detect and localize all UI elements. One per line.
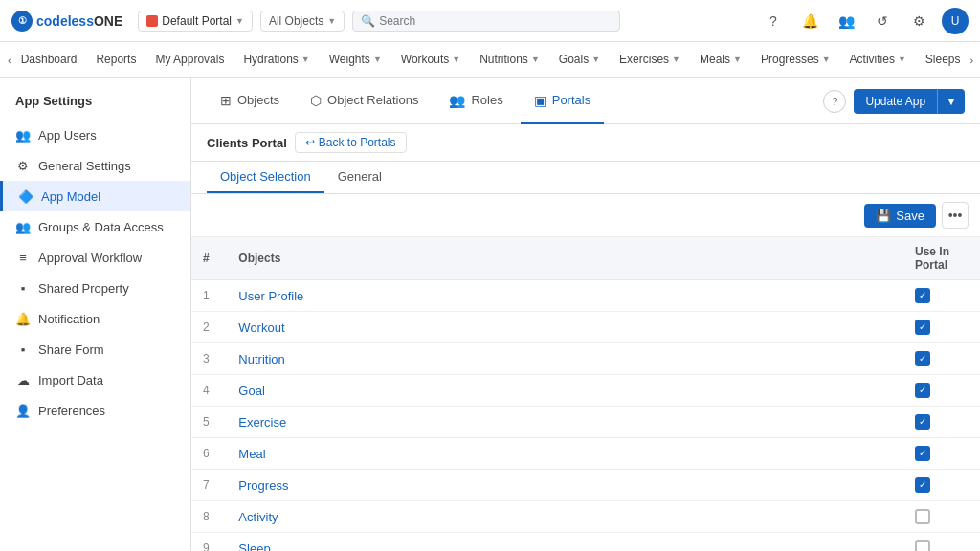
object-tab-selection[interactable]: Object Selection (207, 162, 324, 193)
notification-icon: 🔔 (15, 311, 31, 326)
checkbox-5[interactable] (915, 414, 930, 430)
objects-dropdown[interactable]: All Objects ▼ (260, 11, 345, 32)
object-link-3[interactable]: Nutrition (238, 352, 284, 366)
row-num-6: 6 (191, 438, 227, 470)
checkbox-2[interactable] (915, 320, 930, 335)
sidebar-item-appusers[interactable]: 👥 App Users (0, 120, 190, 150)
checkbox-7[interactable] (915, 477, 930, 493)
checkbox-wrapper-8 (915, 509, 969, 524)
groups-icon: 👥 (15, 219, 31, 234)
navbar-item-meals[interactable]: Meals▼ (690, 42, 751, 78)
portal-label: Default Portal (162, 14, 232, 28)
row-object-4: Goal (227, 375, 903, 407)
navbar-item-weights[interactable]: Weights▼ (320, 42, 391, 78)
navbar: ‹ Dashboard Reports My Approvals Hydrati… (0, 42, 980, 78)
sidebar-item-appmodel[interactable]: 🔷 App Model (0, 181, 190, 211)
app-model-icon: 🔷 (18, 188, 33, 204)
sidebar-item-groupsdataaccess[interactable]: 👥 Groups & Data Access (0, 211, 190, 242)
checkbox-6[interactable] (915, 446, 930, 461)
sidebar-item-notification[interactable]: 🔔 Notification (0, 303, 190, 334)
navbar-right-arrow[interactable]: › (970, 42, 974, 78)
object-tab-general[interactable]: General (324, 162, 395, 193)
chevron-down-icon: ▼ (591, 55, 600, 64)
object-link-6[interactable]: Meal (238, 447, 265, 461)
update-app-chevron-icon[interactable]: ▼ (937, 89, 965, 114)
settings-icon[interactable]: ⚙ (905, 8, 932, 34)
object-link-2[interactable]: Workout (238, 320, 284, 335)
row-object-5: Exercise (227, 407, 903, 438)
preferences-icon: 👤 (15, 403, 31, 418)
object-link-9[interactable]: Sleep (238, 541, 270, 552)
objects-tab-icon: ⊞ (220, 93, 232, 108)
sidebar-item-approvalworkflow[interactable]: ≡ Approval Workflow (0, 242, 190, 273)
table-area: 💾 Save ••• # Objects Use In Portal 1 Use… (191, 194, 980, 551)
tab-objectrelations[interactable]: ⬡ Object Relations (297, 78, 432, 124)
form-icon: ▪ (15, 342, 31, 357)
object-link-8[interactable]: Activity (238, 510, 278, 524)
more-options-button[interactable]: ••• (942, 202, 969, 229)
checkbox-wrapper-7 (915, 477, 969, 493)
tab-roles[interactable]: 👥 Roles (435, 78, 516, 124)
sidebar-item-preferences[interactable]: 👤 Preferences (0, 395, 190, 426)
logo[interactable]: ① codelessONE (11, 11, 122, 32)
navbar-item-nutritions[interactable]: Nutritions▼ (470, 42, 549, 78)
row-checkbox-cell-2 (903, 312, 980, 343)
navbar-item-reports[interactable]: Reports (86, 42, 145, 78)
navbar-item-progresses[interactable]: Progresses▼ (751, 42, 840, 78)
navbar-item-workouts[interactable]: Workouts▼ (391, 42, 470, 78)
logo-text: codelessONE (36, 13, 122, 29)
notifications-icon[interactable]: 🔔 (796, 8, 823, 34)
sidebar-item-importdata[interactable]: ☁ Import Data (0, 364, 190, 395)
sidebar-item-shareform[interactable]: ▪ Share Form (0, 334, 190, 364)
chevron-down-icon: ▼ (301, 55, 310, 64)
tab-help-icon[interactable]: ? (823, 90, 846, 113)
navbar-item-myapprovals[interactable]: My Approvals (145, 42, 234, 78)
navbar-item-exercises[interactable]: Exercises▼ (610, 42, 690, 78)
tabs-right: ? Update App ▼ (823, 89, 965, 114)
object-link-7[interactable]: Progress (238, 478, 288, 493)
table-row: 5 Exercise (191, 407, 980, 438)
checkbox-1[interactable] (915, 288, 930, 303)
table-row: 8 Activity (191, 501, 980, 533)
checkbox-8[interactable] (915, 509, 930, 524)
chevron-down-icon: ▼ (822, 55, 831, 64)
object-link-5[interactable]: Exercise (238, 415, 286, 430)
objects-label: All Objects (269, 14, 323, 28)
table-row: 7 Progress (191, 470, 980, 501)
navbar-item-dashboard[interactable]: Dashboard (11, 42, 87, 78)
save-button[interactable]: 💾 Save (864, 204, 936, 228)
search-bar[interactable]: 🔍 (352, 11, 620, 32)
navbar-item-hydrations[interactable]: Hydrations▼ (234, 42, 319, 78)
tab-objects[interactable]: ⊞ Objects (207, 78, 293, 124)
users-icon[interactable]: 👥 (833, 8, 859, 34)
table-row: 4 Goal (191, 375, 980, 407)
history-icon[interactable]: ↺ (869, 8, 896, 34)
chevron-down-icon: ▼ (733, 55, 742, 64)
tab-portals[interactable]: ▣ Portals (521, 78, 604, 124)
chevron-down-icon: ▼ (373, 55, 382, 64)
sub-header: Clients Portal ↩ Back to Portals (191, 124, 980, 162)
row-object-8: Activity (227, 501, 903, 533)
object-link-4[interactable]: Goal (238, 384, 264, 398)
chevron-down-icon: ▼ (672, 55, 680, 64)
objects-table: # Objects Use In Portal 1 User Profile 2… (191, 237, 980, 551)
checkbox-wrapper-5 (915, 414, 969, 430)
checkbox-wrapper-3 (915, 351, 969, 366)
save-icon: 💾 (876, 209, 891, 223)
back-to-portals-button[interactable]: ↩ Back to Portals (295, 132, 407, 153)
checkbox-4[interactable] (915, 383, 930, 398)
content-area: ⊞ Objects ⬡ Object Relations 👥 Roles ▣ P… (191, 78, 980, 551)
avatar[interactable]: U (942, 8, 969, 34)
help-icon[interactable]: ? (760, 8, 787, 34)
object-link-1[interactable]: User Profile (238, 289, 303, 303)
checkbox-3[interactable] (915, 351, 930, 366)
navbar-item-sleeps[interactable]: Sleeps (916, 42, 970, 78)
navbar-item-activities[interactable]: Activities▼ (840, 42, 916, 78)
update-app-button[interactable]: Update App ▼ (854, 89, 965, 114)
sidebar-item-generalsettings[interactable]: ⚙ General Settings (0, 150, 190, 181)
search-input[interactable] (379, 14, 612, 28)
portal-selector[interactable]: Default Portal ▼ (138, 11, 253, 32)
sidebar-item-sharedproperty[interactable]: ▪ Shared Property (0, 273, 190, 303)
checkbox-9[interactable] (915, 540, 930, 551)
navbar-item-goals[interactable]: Goals▼ (549, 42, 610, 78)
